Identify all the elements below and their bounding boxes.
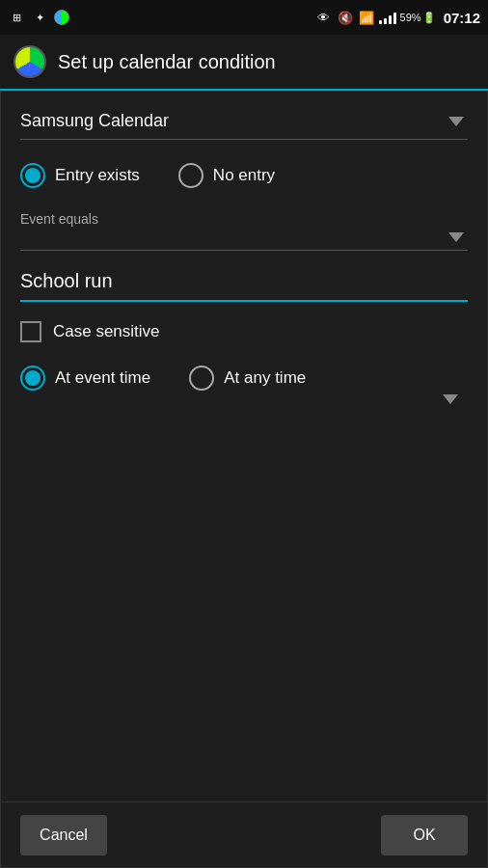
screenshot-icon: ⊞ [8,9,25,26]
at-any-time-radio[interactable] [189,366,214,391]
circle-icon [54,10,69,25]
at-any-time-label: At any time [224,368,306,388]
status-bar-right: 👁 🔇 📶 59% 🔋 07:12 [315,9,480,26]
at-event-time-label: At event time [55,368,150,388]
entry-exists-radio[interactable] [20,163,45,188]
calendar-value: Samsung Calendar [20,111,448,131]
eye-icon: 👁 [315,9,333,26]
event-value-input[interactable]: School run [20,270,468,302]
status-time: 07:12 [444,10,480,26]
no-entry-option[interactable]: No entry [178,163,275,188]
entry-radio-group: Entry exists No entry [20,163,468,188]
case-sensitive-label: Case sensitive [53,322,160,341]
app-logo [14,45,46,78]
calendar-field-group: Samsung Calendar [20,111,468,140]
at-event-time-radio[interactable] [20,366,45,391]
event-value-group: School run [20,270,468,302]
at-event-time-radio-inner [25,370,41,386]
calendar-dropdown-arrow [448,117,464,126]
event-dropdown-arrow [448,232,464,242]
time-radio-group: At event time At any time [20,366,468,391]
no-entry-radio[interactable] [178,163,203,188]
ok-button[interactable]: OK [381,815,468,855]
no-entry-label: No entry [213,166,275,185]
entry-exists-radio-inner [25,168,41,183]
brightness-icon: ✦ [31,9,48,26]
entry-exists-label: Entry exists [55,166,140,185]
at-any-time-option[interactable]: At any time [189,366,306,391]
app-header: Set up calendar condition [0,35,488,91]
page-title: Set up calendar condition [58,51,276,73]
wifi-icon: 📶 [358,9,375,26]
signal-icon [379,11,396,24]
dialog-buttons: Cancel OK [1,801,487,867]
at-event-time-option[interactable]: At event time [20,366,150,391]
dialog-container: Samsung Calendar Entry exists No entry E… [0,91,488,868]
dialog-content: Samsung Calendar Entry exists No entry E… [1,92,487,801]
case-sensitive-checkbox[interactable] [20,321,41,342]
calendar-dropdown[interactable]: Samsung Calendar [20,111,468,140]
cancel-button[interactable]: Cancel [20,815,107,855]
mute-icon: 🔇 [337,9,354,26]
bottom-arrow-icon [443,394,458,404]
status-bar-left: ⊞ ✦ [8,9,69,26]
case-sensitive-row[interactable]: Case sensitive [20,321,468,342]
event-dropdown[interactable] [20,232,468,251]
event-field-group: Event equals [20,211,468,251]
status-bar: ⊞ ✦ 👁 🔇 📶 59% 🔋 07:12 [0,0,488,35]
battery-icon: 59% 🔋 [400,12,436,24]
event-label: Event equals [20,211,468,227]
entry-exists-option[interactable]: Entry exists [20,163,140,188]
